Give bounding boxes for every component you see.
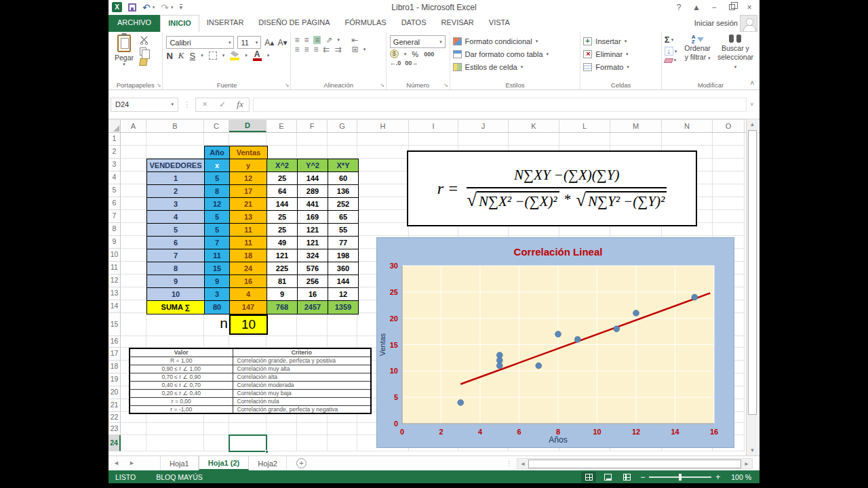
table-cell[interactable]: 5 [205, 211, 230, 224]
scroll-up-icon[interactable]: ▲ [747, 119, 758, 129]
insert-function-icon[interactable]: fx [231, 99, 249, 110]
clipboard-dialog-launcher-icon[interactable]: ↘ [157, 82, 161, 88]
decrease-indent-icon[interactable]: ⇇ [323, 45, 330, 54]
percent-style-button[interactable]: % [412, 50, 418, 58]
ribbon-display-button[interactable]: ▲ [688, 3, 705, 12]
table-cell[interactable]: 198 [328, 249, 358, 262]
number-format-combo[interactable]: General▾ [390, 35, 446, 48]
tab-inicio[interactable]: INICIO [160, 15, 199, 32]
table-cell[interactable]: 11 [205, 249, 230, 262]
zoom-slider[interactable] [649, 476, 711, 478]
accounting-dropdown-icon[interactable]: ▾ [404, 52, 407, 57]
zoom-level[interactable]: 100 % [731, 473, 751, 481]
tab-vista[interactable]: VISTA [481, 15, 517, 32]
row-header-2[interactable]: 2 [108, 146, 121, 159]
merge-dropdown-icon[interactable]: ▾ [363, 47, 366, 52]
column-header-G[interactable]: G [328, 120, 357, 132]
row-header-20[interactable]: 20 [108, 386, 121, 399]
shrink-font-icon[interactable]: A▾ [277, 38, 287, 47]
font-color-button[interactable]: A [253, 51, 262, 61]
table-cell[interactable]: 121 [267, 249, 298, 262]
n-value-cell[interactable]: 10 [229, 314, 268, 335]
table-cell[interactable]: 9 [205, 275, 230, 288]
table-cell[interactable]: 5 [147, 224, 205, 237]
correlation-formula-image[interactable]: r = N∑XY −(∑X)(∑Y) √N∑X² −(∑X)² * √N∑Y² … [407, 150, 697, 226]
tab-datos[interactable]: DATOS [394, 15, 434, 32]
merge-center-icon[interactable]: ⊞ [352, 45, 359, 54]
table-cell[interactable]: 24 [230, 262, 267, 275]
align-left-icon[interactable]: ≡ [294, 45, 299, 54]
table-cell[interactable]: 17 [230, 185, 267, 198]
new-sheet-icon[interactable]: + [296, 458, 307, 468]
row-header-6[interactable]: 6 [108, 197, 121, 210]
sheet-tab-hoja2[interactable]: Hoja2 [249, 456, 287, 470]
vertical-scroll-thumb[interactable] [748, 130, 757, 415]
horizontal-scrollbar[interactable]: ◄ ► [517, 458, 753, 469]
fill-color-dropdown-icon[interactable]: ▾ [245, 53, 248, 58]
table-cell[interactable]: 11 [230, 237, 267, 249]
view-page-layout-icon[interactable] [600, 472, 615, 483]
format-button[interactable]: Formato ▾ [583, 60, 658, 73]
fill-color-button[interactable] [230, 51, 239, 60]
tab-diseno-de-pagina[interactable]: DISEÑO DE PÁGINA [251, 15, 337, 32]
table-cell[interactable]: 7 [205, 237, 230, 249]
row-header-16[interactable]: 16 [108, 336, 121, 348]
undo-dropdown-icon[interactable]: ▾ [153, 5, 155, 10]
row-header-8[interactable]: 8 [108, 223, 121, 236]
wrap-text-icon[interactable]: ⇤ [351, 36, 358, 44]
row-header-17[interactable]: 17 [108, 348, 121, 361]
table-cell[interactable]: 5 [205, 224, 230, 237]
table-cell[interactable]: 81 [267, 275, 298, 288]
sum-value-cell[interactable]: 2457 [298, 301, 328, 314]
table-cell[interactable]: 169 [298, 211, 328, 224]
column-header-L[interactable]: L [559, 120, 610, 132]
sum-value-cell[interactable]: 768 [267, 301, 298, 314]
tab-archivo[interactable]: ARCHIVO [108, 15, 160, 32]
table-cell[interactable]: 15 [205, 262, 230, 275]
collapse-ribbon-icon[interactable]: ˄ [750, 79, 754, 87]
delete-button[interactable]: Eliminar ▾ [583, 47, 658, 60]
align-center-icon[interactable]: ≡ [304, 45, 309, 54]
row-header-5[interactable]: 5 [108, 184, 121, 197]
redo-icon[interactable]: ↷ [161, 3, 169, 12]
paste-button[interactable]: Pegar ▾ [111, 35, 137, 67]
table-cell[interactable]: 12 [230, 172, 267, 185]
cell-styles-button[interactable]: Estilos de celda ▾ [453, 60, 578, 73]
row-header-11[interactable]: 11 [108, 262, 121, 274]
column-header-M[interactable]: M [610, 120, 662, 132]
table-cell[interactable]: 64 [267, 185, 298, 198]
table-cell[interactable]: X^2 [267, 159, 298, 172]
sheet-tab-hoja1[interactable]: Hoja1 [160, 456, 199, 470]
table-cell[interactable]: 25 [267, 211, 298, 224]
row-header-22[interactable]: 22 [108, 412, 121, 423]
excel-logo-icon[interactable]: X [112, 2, 122, 12]
underline-dropdown-icon[interactable]: ▾ [201, 53, 203, 58]
table-cell[interactable]: 4 [230, 288, 267, 301]
table-cell[interactable]: 1 [147, 172, 205, 185]
table-cell[interactable]: y [230, 159, 267, 172]
sheet-nav-right-icon[interactable]: ► [124, 456, 140, 470]
font-name-dropdown-icon[interactable]: ▾ [226, 40, 231, 45]
table-cell[interactable]: 252 [328, 198, 358, 211]
vertical-scrollbar[interactable]: ▲ ▼ [746, 119, 758, 455]
table-cell[interactable]: 25 [267, 224, 298, 237]
font-dialog-launcher-icon[interactable]: ↘ [285, 82, 290, 88]
row-header-19[interactable]: 19 [108, 373, 121, 386]
sort-filter-button[interactable]: AZ Ordenar y filtrar ▾ [681, 35, 714, 80]
table-cell[interactable]: 77 [328, 237, 358, 249]
column-header-D[interactable]: D [229, 120, 267, 132]
redo-dropdown-icon[interactable]: ▾ [171, 5, 174, 10]
grow-font-icon[interactable]: A▴ [264, 38, 274, 47]
font-size-dropdown-icon[interactable]: ▾ [253, 40, 258, 45]
clear-button[interactable]: ▾ [665, 58, 677, 63]
help-button[interactable]: ? [670, 3, 688, 12]
table-cell[interactable]: 9 [147, 275, 205, 288]
column-header-F[interactable]: F [297, 120, 328, 132]
row-header-1[interactable]: 1 [108, 133, 121, 146]
table-cell[interactable]: 3 [147, 198, 205, 211]
table-cell[interactable]: 576 [298, 262, 328, 275]
table-cell[interactable]: 7 [147, 249, 205, 262]
align-top-icon[interactable]: ≡ [294, 36, 299, 44]
scroll-down-icon[interactable]: ▼ [747, 445, 758, 455]
year-sales-header[interactable]: Año Ventas [204, 146, 268, 160]
